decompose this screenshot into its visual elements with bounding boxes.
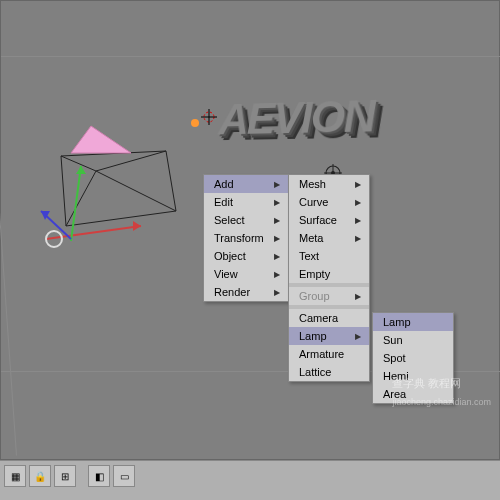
camera-object[interactable] [36,111,206,251]
watermark: 查字典 教程网 jiaocheng.chazidian.com [392,373,491,409]
chevron-right-icon: ▶ [355,234,361,243]
svg-marker-13 [76,166,86,174]
menu-item-surface[interactable]: Surface▶ [289,211,369,229]
object-origin [191,119,199,127]
watermark-sub: jiaocheng.chazidian.com [392,397,491,407]
viewport-3d[interactable]: AEVION Add▶Edit▶Select▶Transform▶Object▶… [0,0,500,460]
menu-item-render[interactable]: Render▶ [204,283,288,301]
menu-item-text[interactable]: Text [289,247,369,265]
cursor-3d-icon [201,109,217,125]
menu-item-object[interactable]: Object▶ [204,247,288,265]
header-bar[interactable]: ▦🔒⊞◧▭ [0,460,500,500]
menu-item-transform[interactable]: Transform▶ [204,229,288,247]
chevron-right-icon: ▶ [355,198,361,207]
header-button-5[interactable]: ▭ [113,465,135,487]
svg-line-12 [71,166,81,241]
menu-item-spot[interactable]: Spot [373,349,453,367]
grid-h [1,56,500,57]
menu-item-sun[interactable]: Sun [373,331,453,349]
svg-line-6 [96,171,176,211]
header-button-4[interactable]: ◧ [88,465,110,487]
chevron-right-icon: ▶ [274,216,280,225]
header-button-0[interactable]: ▦ [4,465,26,487]
chevron-right-icon: ▶ [274,252,280,261]
chevron-right-icon: ▶ [274,288,280,297]
menu-item-edit[interactable]: Edit▶ [204,193,288,211]
menu-item-mesh[interactable]: Mesh▶ [289,175,369,193]
context-menu-main[interactable]: Add▶Edit▶Select▶Transform▶Object▶View▶Re… [203,174,289,302]
watermark-main: 查字典 教程网 [392,377,461,389]
context-menu-add[interactable]: Mesh▶Curve▶Surface▶Meta▶TextEmptyGroup▶C… [288,174,370,382]
grid-v [0,26,17,455]
chevron-right-icon: ▶ [355,292,361,301]
svg-line-8 [61,156,96,171]
chevron-right-icon: ▶ [274,198,280,207]
menu-item-add[interactable]: Add▶ [204,175,288,193]
menu-item-meta[interactable]: Meta▶ [289,229,369,247]
chevron-right-icon: ▶ [274,270,280,279]
chevron-right-icon: ▶ [274,234,280,243]
chevron-right-icon: ▶ [355,332,361,341]
svg-line-5 [66,171,96,226]
menu-item-lattice[interactable]: Lattice [289,363,369,381]
chevron-right-icon: ▶ [355,180,361,189]
svg-marker-11 [133,221,141,231]
header-button-1[interactable]: 🔒 [29,465,51,487]
chevron-right-icon: ▶ [355,216,361,225]
menu-item-lamp[interactable]: Lamp [373,313,453,331]
menu-item-curve[interactable]: Curve▶ [289,193,369,211]
menu-item-armature[interactable]: Armature [289,345,369,363]
menu-item-view[interactable]: View▶ [204,265,288,283]
menu-item-empty[interactable]: Empty [289,265,369,283]
header-button-2[interactable]: ⊞ [54,465,76,487]
svg-marker-9 [71,126,131,153]
scene-text-3d[interactable]: AEVION [218,91,375,144]
menu-item-select[interactable]: Select▶ [204,211,288,229]
menu-item-lamp[interactable]: Lamp▶ [289,327,369,345]
menu-item-camera[interactable]: Camera [289,309,369,327]
chevron-right-icon: ▶ [274,180,280,189]
menu-item-group[interactable]: Group▶ [289,287,369,305]
